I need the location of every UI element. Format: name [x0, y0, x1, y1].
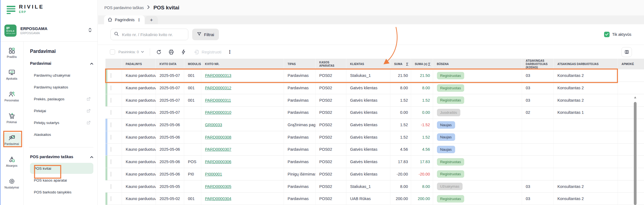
row-checkbox[interactable]	[111, 135, 111, 140]
cell-busena: Registruotas	[433, 94, 522, 106]
sidebar-item-pardavim-s-skaitos[interactable]: Pardavimų sąskaitos	[30, 81, 93, 93]
table-row[interactable]: Kauno parduotuvė2025-05-06PARD0000307Par…	[105, 143, 644, 156]
sidebar-item-pos-barkodo-taisykl-s[interactable]: POS barkodo taisyklės	[30, 186, 93, 198]
search-input[interactable]	[121, 32, 185, 37]
nav-rail: PradžiaApskaitaPersonalasPirkimaiPardavi…	[0, 42, 24, 205]
scroll-up-icon[interactable]	[634, 96, 636, 98]
table-row[interactable]: Kauno parduotuvė2025-05-02001PARD0000304…	[105, 193, 644, 205]
cell-klientas: UAB Rūkas	[346, 193, 390, 205]
table-row[interactable]: Kauno parduotuvė2025-05-06PI0PI000001Pin…	[105, 168, 644, 180]
column-header-darbuotojas[interactable]: ATSAKINGAS DARBUOTOJAS	[553, 59, 618, 69]
row-checkbox[interactable]	[111, 122, 111, 127]
tab-menu-icon[interactable]: ⋮	[137, 18, 141, 22]
rail-item-apskaita[interactable]: Apskaita	[3, 67, 21, 82]
receipt-link[interactable]: PARD0000308	[205, 135, 232, 139]
row-checkbox[interactable]	[111, 147, 111, 152]
rail-item-pirkimai[interactable]: Pirkimai	[3, 111, 21, 125]
column-header-busena[interactable]: BŪSENA	[433, 59, 522, 69]
column-settings-button[interactable]	[621, 47, 632, 57]
column-header-modulis[interactable]: MODULIS	[184, 59, 201, 69]
vertical-scrollbar[interactable]	[634, 95, 637, 205]
row-checkbox[interactable]	[111, 196, 111, 201]
more-actions-icon[interactable]: ⋮	[227, 49, 232, 55]
select-all-checkbox[interactable]	[110, 49, 115, 55]
rail-item-nustatymai[interactable]: Nustatymai	[3, 176, 21, 190]
column-header-suma_pm[interactable]: SUMA (±)Σ	[411, 59, 433, 69]
sidebar-item-prek-s-paslaugos[interactable]: Prekės, paslaugos	[30, 93, 93, 105]
rail-item-label: Atsargos	[6, 164, 17, 167]
receipt-link[interactable]: PARD0000312	[205, 86, 232, 90]
column-header-apmoketa[interactable]: APMOKĖ	[618, 59, 644, 69]
column-header-kasos_aparatas[interactable]: KASOS APARATAS	[315, 59, 346, 69]
tab-add-button[interactable]: +	[145, 16, 158, 24]
sidebar-item-pos-kvitai[interactable]: POS kvitai	[30, 163, 93, 174]
sidebar-item-pardavim-u-sakymai[interactable]: Pardavimų užsakymai	[30, 69, 93, 81]
cell-suma_pm: -1.52	[411, 119, 433, 131]
receipt-link[interactable]: PARD0000310	[205, 110, 232, 115]
table-row[interactable]: Kauno parduotuvė2025-05-07001PARD0000312…	[105, 82, 644, 94]
table-row[interactable]: Kauno parduotuvė2025-05-06GR00033Grąžini…	[105, 119, 644, 131]
table-row[interactable]: Kauno parduotuvė2025-05-06PARD0000308Par…	[105, 131, 644, 143]
sidebar-item-pirk-j-sutartys[interactable]: Pirkėjų sutartys	[30, 117, 93, 129]
cell-busena: Registruotas	[433, 168, 522, 180]
row-checkbox[interactable]	[111, 172, 111, 177]
company-switcher[interactable]: RIVILE ERP pos | demo ERPOSGAMA ERPOSGAM…	[4, 24, 94, 37]
sidebar-section-pos-pardavimo-ta-kas[interactable]: POS pardavimo taškas	[30, 153, 93, 160]
filters-button[interactable]: Filtrai	[192, 29, 219, 40]
cell-darbuotojas: Konsultantas 1	[553, 106, 618, 119]
scrollbar-thumb[interactable]	[634, 102, 637, 205]
sidebar-item-ataskaitos[interactable]: Ataskaitos	[30, 129, 93, 141]
selected-count[interactable]: Pasirinkta: 0	[118, 50, 144, 54]
column-header-klientas[interactable]: KLIENTAS	[346, 59, 390, 69]
status-badge: Naujas	[437, 146, 455, 153]
column-header-kvito_nr[interactable]: KVITO NR.	[201, 59, 284, 69]
rail-item-pradzia[interactable]: Pradžia	[3, 45, 21, 60]
sidebar-item-pirk-jai[interactable]: Pirkėjai	[30, 105, 93, 117]
table-row[interactable]: Kauno parduotuvė2025-05-05PARD0000305Par…	[105, 180, 644, 193]
table-row[interactable]: Kauno parduotuvė2025-05-07001PARD0000313…	[105, 69, 644, 82]
refresh-button[interactable]	[156, 49, 162, 55]
rail-item-atsargos[interactable]: Atsargos	[3, 154, 21, 169]
table-row[interactable]: Kauno parduotuvė2025-05-07001PARD0000311…	[105, 94, 644, 106]
rail-item-personalas[interactable]: Personalas	[3, 89, 21, 103]
register-button[interactable]: Registruoti	[194, 49, 221, 55]
sidebar-item-label: Pirkėjų sutartys	[34, 121, 59, 125]
row-checkbox[interactable]	[111, 98, 111, 103]
receipt-link[interactable]: PARD0000306	[205, 160, 232, 164]
row-checkbox[interactable]	[111, 159, 111, 164]
cell-modulis: 001	[184, 69, 201, 82]
receipt-link[interactable]: PARD0000305	[205, 184, 232, 189]
row-checkbox[interactable]	[111, 73, 111, 78]
table-row[interactable]: Kauno parduotuvė2025-05-06POSPARD0000306…	[105, 156, 644, 168]
row-checkbox[interactable]	[111, 110, 111, 115]
print-button[interactable]	[168, 49, 174, 55]
receipt-link[interactable]: PARD0000313	[205, 73, 232, 78]
rail-item-pardavimai[interactable]: Pardavimai	[3, 133, 21, 147]
receipt-link[interactable]: PARD0000304	[205, 196, 232, 201]
receipt-link[interactable]: PARD0000307	[205, 147, 232, 152]
sidebar-item-pos-kasos-aparatai[interactable]: POS kasos aparatai	[30, 174, 93, 186]
row-checkbox[interactable]	[111, 85, 111, 90]
receipt-link[interactable]: PI000001	[205, 172, 222, 176]
receipt-link[interactable]: GR00033	[205, 123, 222, 127]
sidebar-section-pardavimai[interactable]: Pardavimai	[30, 60, 93, 67]
status-strip	[105, 94, 107, 106]
active-only-checkbox[interactable]: Tik aktyvūs	[604, 32, 632, 37]
cell-padalinys: Kauno parduotuvė	[122, 180, 156, 193]
row-checkbox[interactable]	[111, 184, 111, 189]
receipt-link[interactable]: PARD0000311	[205, 98, 231, 102]
funnel-icon	[197, 32, 202, 37]
column-header-suma[interactable]: SUMAΣ	[390, 59, 411, 69]
sum-icon: Σ	[406, 63, 409, 66]
quick-actions-icon[interactable]	[181, 49, 186, 55]
column-header-kvito_data[interactable]: KVITO DATA	[156, 59, 184, 69]
column-header-padalinys[interactable]: PADALINYS	[122, 59, 156, 69]
breadcrumb-parent[interactable]: POS pardavimo taškas	[104, 6, 144, 10]
column-header-tipas[interactable]: TIPAS	[284, 59, 315, 69]
column-header-kodas[interactable]: ATSAKINGAS DARBUOTOJAS (KODAS)	[522, 59, 553, 69]
filters-button-label: Filtrai	[204, 32, 214, 37]
app-logo[interactable]: RIVILE ERP	[7, 4, 44, 14]
personalas-icon	[8, 91, 15, 98]
table-row[interactable]: Kauno parduotuvė2025-05-07PARD0000310Par…	[105, 106, 644, 119]
tab-pagrindinis[interactable]: Pagrindinis ⋮	[104, 15, 145, 24]
